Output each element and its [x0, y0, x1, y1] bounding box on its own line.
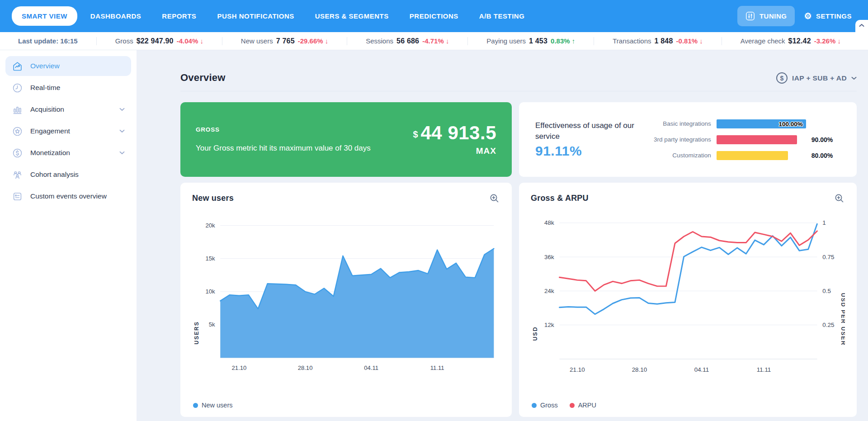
- divider: [96, 37, 97, 45]
- sidebar-item-label: Monetization: [30, 149, 70, 157]
- gross-arpu-chart-card: Gross & ARPU 12k0.2524k0.536k0.7548k121.…: [519, 183, 857, 417]
- svg-text:1: 1: [822, 219, 826, 226]
- svg-text:36k: 36k: [544, 254, 554, 260]
- gross-max-highlight-card: GROSS Your Gross metric hit its maximum …: [180, 102, 512, 177]
- chevron-down-icon: [119, 151, 125, 155]
- chart-zoom-button[interactable]: [834, 193, 845, 204]
- bar-label: 3rd party integrations: [654, 136, 711, 143]
- chart-zoom-button[interactable]: [489, 193, 500, 204]
- content-header: Overview $ IAP + SUB + AD: [180, 50, 857, 91]
- effectiveness-row-3rd-party-integrations: 3rd party integrations90.00%: [654, 135, 847, 144]
- stat-item-sessions: Sessions56 686-4.71% ↓: [366, 37, 449, 45]
- sidebar-item-engagement[interactable]: Engagement: [5, 121, 131, 141]
- revenue-type-selector[interactable]: $ IAP + SUB + AD: [776, 72, 857, 84]
- svg-text:USD: USD: [532, 326, 538, 341]
- sidebar-item-acquisition[interactable]: Acquisition: [5, 99, 131, 119]
- nav-tab-push-notifications[interactable]: PUSH NOTIFICATIONS: [209, 7, 302, 25]
- stat-item-new-users: New users7 765-29.66% ↓: [241, 37, 328, 45]
- chevron-up-icon: [859, 24, 864, 27]
- sidebar-item-cohort-analysis[interactable]: Cohort analysis: [5, 165, 131, 184]
- svg-text:0.75: 0.75: [822, 254, 834, 260]
- legend-item-gross[interactable]: Gross: [532, 402, 558, 409]
- effectiveness-score: 91.11%: [535, 143, 654, 159]
- nav-tab-reports[interactable]: REPORTS: [154, 7, 204, 25]
- svg-text:21.10: 21.10: [570, 366, 585, 373]
- nav-tab-a-b-testing[interactable]: A/B TESTING: [472, 7, 533, 25]
- nav-actions: TUNING ⚙ SETTINGS: [737, 6, 856, 26]
- divider: [722, 37, 722, 45]
- svg-text:28.10: 28.10: [298, 364, 313, 371]
- legend-item-arpu[interactable]: ARPU: [570, 402, 596, 409]
- chevron-down-icon: [119, 129, 125, 133]
- bar: [717, 135, 806, 144]
- sidebar-item-custom-events-overview[interactable]: Custom events overview: [5, 186, 131, 206]
- clock-icon: [12, 82, 23, 94]
- bar: [717, 151, 806, 160]
- sidebar-item-label: Engagement: [30, 127, 70, 135]
- nav-tab-users-segments[interactable]: USERS & SEGMENTS: [307, 7, 396, 25]
- stat-item-transactions: Transactions1 848-0.81% ↓: [613, 37, 703, 45]
- last-update-status: Last update: 16:15: [18, 37, 78, 45]
- svg-text:USERS: USERS: [193, 321, 200, 345]
- divider: [222, 37, 222, 45]
- magnifier-plus-icon: [490, 194, 499, 203]
- svg-text:24k: 24k: [544, 288, 554, 294]
- sidebar-item-label: Acquisition: [30, 105, 64, 114]
- collapse-panel-button[interactable]: [855, 20, 868, 38]
- chevron-down-icon: [851, 76, 857, 80]
- star-icon: [12, 126, 23, 137]
- svg-text:11.11: 11.11: [430, 364, 444, 371]
- coin-icon: $: [776, 72, 788, 84]
- kpi-stats-bar: Last update: 16:15Gross$22 947.90-4.04% …: [0, 32, 868, 50]
- sidebar-item-real-time[interactable]: Real-time: [5, 78, 131, 98]
- nav-tab-predictions[interactable]: PREDICTIONS: [402, 7, 466, 25]
- nav-tab-dashboards[interactable]: DASHBOARDS: [83, 7, 149, 25]
- chevron-down-icon: [119, 108, 125, 111]
- tuning-button[interactable]: TUNING: [737, 6, 795, 26]
- effectiveness-card: Effectiveness of usage of our service 91…: [519, 102, 857, 177]
- bar-label: Customization: [654, 152, 711, 159]
- divider: [467, 37, 468, 45]
- svg-text:10k: 10k: [205, 288, 215, 295]
- hero-description: Your Gross metric hit its maximum value …: [196, 144, 371, 153]
- chart-title: New users: [192, 194, 234, 203]
- svg-text:20k: 20k: [205, 222, 215, 229]
- bar: 100.00%: [717, 119, 806, 128]
- sidebar-item-label: Cohort analysis: [30, 170, 79, 179]
- divider: [594, 37, 594, 45]
- main-nav-tabs: SMART VIEWDASHBOARDSREPORTSPUSH NOTIFICA…: [12, 6, 532, 26]
- nav-tab-smart-view[interactable]: SMART VIEW: [12, 6, 77, 26]
- chart-title: Gross & ARPU: [531, 194, 589, 203]
- bars-icon: [12, 104, 23, 115]
- hero-max-badge: MAX: [476, 146, 496, 156]
- new-users-chart-card: New users 5k10k15k20k21.1028.1004.1111.1…: [180, 183, 512, 417]
- settings-button[interactable]: ⚙ SETTINGS: [799, 6, 856, 26]
- legend-dot: [532, 403, 537, 408]
- events-icon: [12, 191, 23, 202]
- svg-text:15k: 15k: [205, 255, 215, 262]
- legend-dot: [570, 403, 575, 408]
- revenue-type-value: IAP + SUB + AD: [792, 74, 847, 82]
- effectiveness-title: Effectiveness of usage of our service: [535, 120, 654, 142]
- legend-label: ARPU: [578, 402, 596, 409]
- legend-label: New users: [202, 402, 233, 409]
- sidebar-item-monetization[interactable]: Monetization: [5, 143, 131, 163]
- svg-text:0.25: 0.25: [822, 322, 834, 328]
- svg-text:48k: 48k: [544, 219, 554, 226]
- hero-metric-label: GROSS: [196, 126, 371, 133]
- hero-currency: $: [413, 129, 418, 142]
- stat-item-gross: Gross$22 947.90-4.04% ↓: [115, 37, 203, 45]
- chart-legend: New users: [192, 402, 500, 409]
- overview-icon: [12, 61, 23, 72]
- stat-item-paying-users: Paying users1 4530.83% ↑: [486, 37, 575, 45]
- sidebar-item-label: Overview: [30, 62, 60, 70]
- gear-icon: ⚙: [804, 12, 812, 20]
- stat-item-average-check: Average check$12.42-3.26% ↓: [741, 37, 841, 45]
- page-title: Overview: [180, 72, 225, 84]
- bar-label: Basic integrations: [654, 120, 711, 127]
- sidebar-item-label: Real-time: [30, 84, 60, 92]
- legend-item-new-users[interactable]: New users: [193, 402, 233, 409]
- sidebar-item-overview[interactable]: Overview: [5, 56, 131, 76]
- sidebar-item-label: Custom events overview: [30, 192, 107, 200]
- svg-text:28.10: 28.10: [632, 366, 647, 373]
